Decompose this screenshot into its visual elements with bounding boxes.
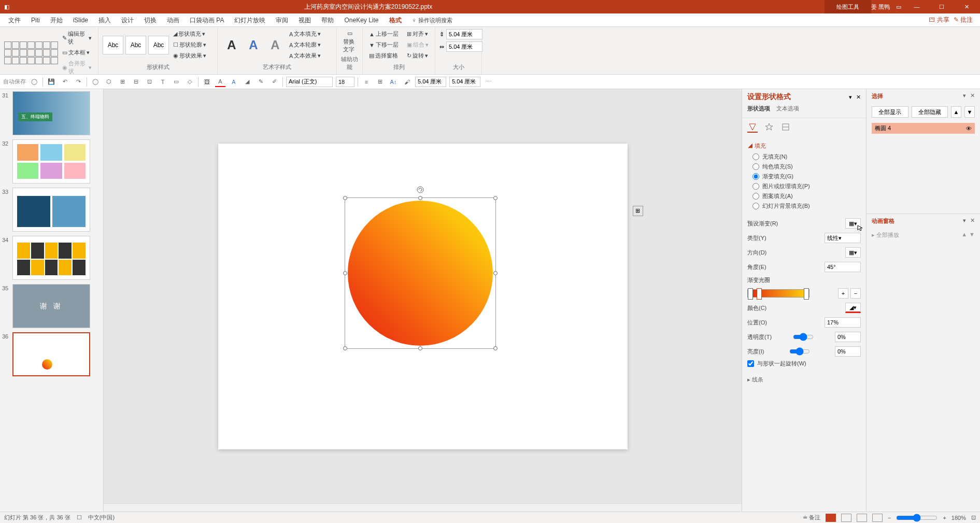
language-indicator[interactable]: 中文(中国) <box>88 514 115 521</box>
slide-thumb-35[interactable]: 35 谢 谢 <box>2 284 101 328</box>
brightness-input[interactable]: 0% <box>835 346 861 357</box>
font-family-input[interactable] <box>286 77 333 87</box>
tool-6-icon[interactable]: T <box>158 77 168 87</box>
play-all-button[interactable]: ▸ 全部播放 <box>872 232 899 238</box>
tool-1-icon[interactable]: ◯ <box>90 77 101 87</box>
rotate-with-shape-checkbox[interactable]: 与形状一起旋转(W) <box>747 359 861 369</box>
text-box-button[interactable]: ▭ 文本框 ▾ <box>60 48 94 58</box>
fill-line-icon[interactable] <box>747 122 758 133</box>
layout-options-icon[interactable]: ⊞ <box>633 206 643 216</box>
shape-style-2[interactable]: Abc <box>125 36 146 54</box>
minimize-button[interactable]: — <box>907 0 926 13</box>
tab-file[interactable]: 文件 <box>3 13 26 27</box>
tab-pocket-anim[interactable]: 口袋动画 PA <box>184 13 229 27</box>
show-all-button[interactable]: 全部显示 <box>872 106 908 118</box>
slide-thumb-33[interactable]: 33 <box>2 188 101 232</box>
shape-options-tab[interactable]: 形状选项 <box>747 105 770 115</box>
undo-icon[interactable]: ↶ <box>60 77 70 87</box>
tab-slideshow[interactable]: 幻灯片放映 <box>229 13 271 27</box>
shape-width-input[interactable] <box>446 41 482 52</box>
fill-slide-bg-radio[interactable]: 幻灯片背景填充(B) <box>752 201 861 211</box>
wordart-style-1[interactable]: A <box>222 35 242 55</box>
move-up-button[interactable]: ▲ <box>951 106 961 118</box>
text-outline-button[interactable]: A 文本轮廓 ▾ <box>287 40 323 50</box>
pane-dropdown-icon[interactable]: ▾ <box>849 94 852 101</box>
user-name[interactable]: 姜 黑鸭 <box>871 3 890 11</box>
slide-thumb-36[interactable]: 36 <box>2 332 101 376</box>
horizontal-scrollbar[interactable] <box>104 503 742 512</box>
autosave-toggle[interactable]: ◯ <box>29 77 39 87</box>
resize-handle-tc[interactable] <box>418 196 422 200</box>
eyedropper-icon[interactable]: ✐ <box>269 77 279 87</box>
tab-view[interactable]: 视图 <box>293 13 316 27</box>
group-button[interactable]: ▣ 组合 ▾ <box>405 40 431 50</box>
tell-me-search[interactable]: ♀ 操作说明搜索 <box>407 13 458 27</box>
bring-forward-button[interactable]: ▲ 上移一层 <box>367 29 401 39</box>
gradient-stop-3[interactable] <box>804 288 809 300</box>
anim-move-down-icon[interactable]: ▼ <box>969 231 975 237</box>
save-icon[interactable]: 💾 <box>46 77 56 87</box>
gradient-stop-2[interactable] <box>757 288 762 300</box>
tool-5-icon[interactable]: ⊡ <box>144 77 154 87</box>
remove-gradient-stop-button[interactable]: − <box>850 288 861 299</box>
slide-thumb-31[interactable]: 31 五、终端物料 <box>2 91 101 135</box>
fill-gradient-radio[interactable]: 渐变填充(G) <box>752 172 861 181</box>
transparency-slider[interactable] <box>793 333 814 341</box>
tab-review[interactable]: 审阅 <box>271 13 293 27</box>
tab-help[interactable]: 帮助 <box>316 13 339 27</box>
shape-effects-button[interactable]: ◉ 形状效果 ▾ <box>171 51 208 61</box>
fill-color-icon[interactable]: ◢ <box>242 77 252 87</box>
send-backward-button[interactable]: ▼ 下移一层 <box>367 40 401 50</box>
text-options-tab[interactable]: 文本选项 <box>776 105 799 115</box>
pane-close-icon[interactable]: ✕ <box>856 94 861 101</box>
resize-handle-tl[interactable] <box>343 196 347 200</box>
slide-sorter-view-button[interactable] <box>841 514 851 522</box>
fill-picture-radio[interactable]: 图片或纹理填充(P) <box>752 181 861 191</box>
align-icon[interactable]: ≡ <box>361 77 372 87</box>
gradient-angle-input[interactable]: 45° <box>825 262 861 272</box>
preset-gradient-dropdown[interactable]: ▦▾ <box>845 218 861 229</box>
wordart-style-2[interactable]: A <box>244 35 263 55</box>
tab-transitions[interactable]: 切换 <box>139 13 162 27</box>
resize-handle-bc[interactable] <box>418 346 422 350</box>
fill-pattern-radio[interactable]: 图案填充(A) <box>752 191 861 201</box>
add-gradient-stop-button[interactable]: + <box>838 288 848 299</box>
gradient-type-dropdown[interactable]: 线性 ▾ <box>825 233 861 243</box>
tab-piti[interactable]: Piti <box>26 13 45 27</box>
more-icon[interactable]: ⋯ <box>484 77 494 87</box>
tab-onekey[interactable]: OneKey Lite <box>339 13 384 27</box>
tool-2-icon[interactable]: ⬡ <box>104 77 114 87</box>
slide-counter[interactable]: 幻灯片 第 36 张，共 36 张 <box>4 514 70 521</box>
distribute-icon[interactable]: ⊞ <box>375 77 385 87</box>
tool-8-icon[interactable]: ◇ <box>184 77 195 87</box>
line-section-header[interactable]: ▸ 线条 <box>747 374 861 386</box>
shape-style-1[interactable]: Abc <box>103 36 123 54</box>
text-fill-button[interactable]: A 文本填充 ▾ <box>287 29 323 39</box>
color-picker-button[interactable]: ◢▾ <box>845 303 861 313</box>
share-button[interactable]: ⮹ 共享 <box>929 16 949 24</box>
qat-width-input[interactable] <box>415 77 446 87</box>
transparency-input[interactable]: 0% <box>835 332 861 342</box>
shape-outline-button[interactable]: ☐ 形状轮廓 ▾ <box>171 40 208 50</box>
merge-shape-button[interactable]: ◉ 合并形状 ▾ <box>60 59 94 76</box>
tool-3-icon[interactable]: ⊞ <box>117 77 127 87</box>
maximize-button[interactable]: ☐ <box>932 0 951 13</box>
text-icon[interactable]: A <box>229 77 239 87</box>
anim-move-up-icon[interactable]: ▲ <box>961 231 967 237</box>
normal-view-button[interactable] <box>826 514 836 522</box>
tab-design[interactable]: 设计 <box>116 13 139 27</box>
move-down-button[interactable]: ▼ <box>964 106 975 118</box>
selection-pane-dropdown-icon[interactable]: ▾ <box>963 92 966 100</box>
position-input[interactable]: 17% <box>825 317 861 328</box>
ribbon-display-icon[interactable]: ▭ <box>896 4 901 10</box>
tab-home[interactable]: 开始 <box>45 13 68 27</box>
zoom-level[interactable]: 180% <box>951 515 966 521</box>
spell-check-icon[interactable]: ☐ <box>77 514 82 521</box>
spacing-icon[interactable]: A↕ <box>388 77 399 87</box>
format-painter-icon[interactable]: 🖌 <box>402 77 412 87</box>
slide-thumb-34[interactable]: 34 <box>2 236 101 280</box>
shape-height-input[interactable] <box>446 29 482 39</box>
notes-button[interactable]: ≐ 备注 <box>803 514 820 521</box>
reading-view-button[interactable] <box>857 514 867 522</box>
shape-gallery[interactable] <box>4 41 58 64</box>
